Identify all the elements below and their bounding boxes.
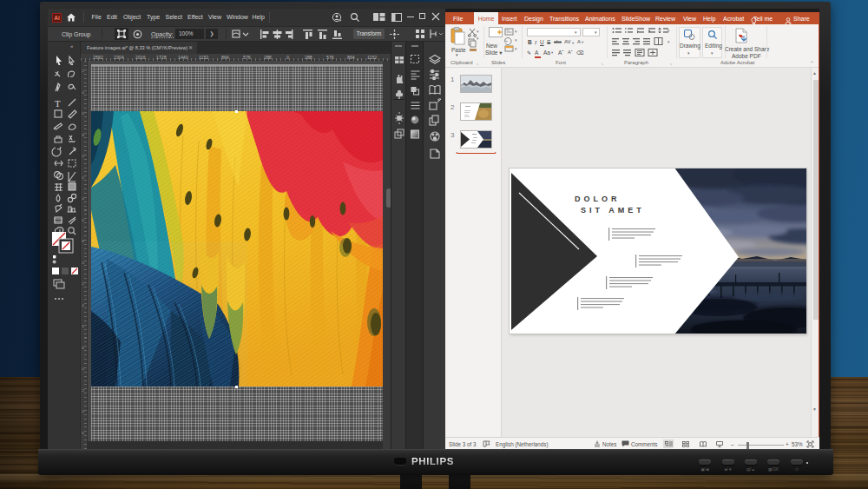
svg-text:▾: ▾	[515, 29, 517, 34]
svg-text:T: T	[55, 98, 61, 109]
svg-text:▾: ▾	[515, 37, 517, 43]
svg-text:▾: ▾	[515, 46, 517, 51]
svg-text:SIT AMET: SIT AMET	[581, 206, 645, 215]
svg-text:DOLOR: DOLOR	[575, 195, 621, 203]
